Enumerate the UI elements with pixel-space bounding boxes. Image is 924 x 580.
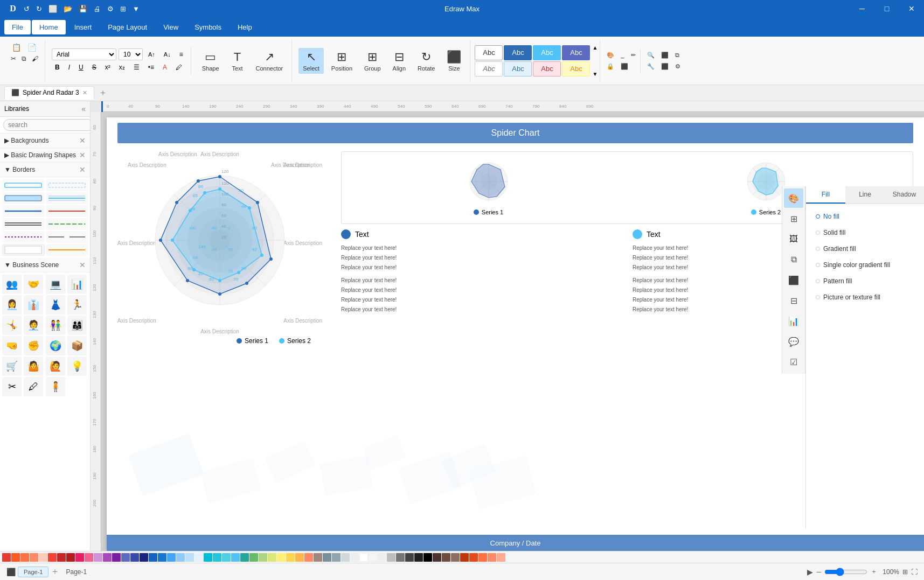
select-button[interactable]: ↖ Select (298, 48, 324, 74)
window-controls[interactable]: ─ □ ✕ (850, 0, 924, 17)
zoom-in-button[interactable]: ＋ (871, 567, 877, 576)
close-backgrounds-button[interactable]: ✕ (79, 136, 86, 145)
highlight-button[interactable]: 🖊 (172, 62, 185, 73)
search-input[interactable] (3, 119, 91, 131)
border-item[interactable] (46, 218, 88, 230)
bullets-button[interactable]: •≡ (145, 62, 157, 73)
biz-icon-item[interactable]: 📊 (67, 275, 87, 294)
biz-icon-item[interactable]: 💻 (46, 275, 65, 294)
fit-page-button[interactable]: ⊞ (902, 568, 908, 576)
font-family-select[interactable]: Arial (52, 48, 116, 60)
style-card-4[interactable]: Abc (562, 45, 590, 60)
size-button[interactable]: ⬛ Size (442, 48, 466, 74)
single-color-gradient-option[interactable]: Single color gradient fill (810, 257, 920, 273)
chart-panel-button[interactable]: 📊 (784, 311, 803, 331)
paste-button[interactable]: 📋 (10, 42, 24, 53)
layers-button[interactable]: ⧉ (673, 51, 682, 60)
color-swatch[interactable] (167, 553, 176, 562)
align-button[interactable]: ⊟ Align (388, 48, 410, 74)
color-swatch[interactable] (268, 553, 276, 562)
close-bizscene-button[interactable]: ✕ (79, 261, 86, 269)
color-swatch[interactable] (259, 553, 267, 562)
tab-close-button[interactable]: ✕ (82, 89, 87, 96)
biz-icon-item[interactable]: 🌍 (46, 336, 65, 355)
format-paste-button[interactable]: 📄 (25, 42, 40, 53)
style-card-3[interactable]: Abc (533, 45, 561, 60)
color-swatch[interactable] (121, 553, 130, 562)
underline-button[interactable]: U (75, 62, 87, 73)
close-borders-button[interactable]: ✕ (79, 165, 86, 174)
color-swatch[interactable] (350, 553, 359, 562)
position-button[interactable]: ⊞ Position (327, 48, 357, 74)
color-swatch[interactable] (103, 553, 112, 562)
shape-button[interactable]: ▭ Shape (198, 48, 224, 74)
style-scroll-up[interactable]: ▲ (592, 45, 598, 51)
bold-button[interactable]: B (52, 62, 63, 73)
shapes-panel-button[interactable]: ⊞ (784, 209, 803, 228)
color-swatch[interactable] (130, 553, 139, 562)
group-button[interactable]: ⊞ Group (360, 48, 385, 74)
border-item[interactable] (46, 231, 88, 243)
menu-tab-pagelayout[interactable]: Page Layout (100, 20, 155, 34)
color-swatch[interactable] (332, 553, 341, 562)
border-item[interactable] (2, 192, 45, 204)
fill-color-button[interactable]: 🎨 (605, 51, 616, 60)
copy-format-button[interactable]: 🖌 (30, 54, 40, 64)
color-swatch[interactable] (66, 553, 75, 562)
document-tab[interactable]: ⬛ Spider And Radar 3 ✕ (4, 86, 94, 100)
open-icon[interactable]: 📂 (61, 4, 74, 14)
color-swatch[interactable] (359, 553, 368, 562)
biz-icon-item[interactable]: 👗 (46, 295, 65, 315)
color-swatch[interactable] (405, 553, 414, 562)
menu-tab-help[interactable]: Help (230, 20, 260, 34)
color-swatch[interactable] (396, 553, 405, 562)
table-panel-button[interactable]: ⊟ (784, 291, 803, 310)
play-button[interactable]: ▶ (807, 568, 813, 576)
settings2-button[interactable]: ⚙ (673, 62, 683, 71)
menu-tab-file[interactable]: File (4, 20, 31, 34)
color-swatch[interactable] (460, 553, 469, 562)
resize-button[interactable]: ⬛ (659, 62, 671, 71)
biz-icon-item[interactable]: 👨‍👩‍👧 (67, 316, 87, 335)
fill-properties-button[interactable]: 🎨 (784, 188, 803, 208)
border-item[interactable] (2, 218, 45, 230)
new-icon[interactable]: ⬜ (46, 4, 59, 14)
line-style-button[interactable]: ⎯ (619, 51, 627, 60)
font-shrink-button[interactable]: A↓ (161, 50, 174, 59)
lock-button[interactable]: 🔒 (605, 62, 616, 71)
fill-tab[interactable]: Fill (806, 186, 845, 204)
dropdown-icon[interactable]: ▼ (130, 4, 142, 14)
color-swatch[interactable] (140, 553, 148, 562)
color-swatch[interactable] (20, 553, 29, 562)
biz-icon-item[interactable]: 🤜 (2, 336, 22, 355)
maximize-button[interactable]: □ (874, 0, 899, 17)
border-item[interactable] (2, 179, 45, 191)
color-swatch[interactable] (497, 553, 505, 562)
style-card-8[interactable]: Abc (562, 61, 590, 76)
style-card-7[interactable]: Abc (533, 61, 561, 76)
crop-button[interactable]: ⬛ (659, 51, 671, 60)
zoom-out-button[interactable]: ─ (816, 568, 821, 576)
style-card-1[interactable]: Abc (475, 45, 503, 60)
menu-tab-view[interactable]: View (156, 20, 186, 34)
rotate-button[interactable]: ↻ Rotate (413, 48, 439, 74)
color-swatch[interactable] (213, 553, 221, 562)
section-borders[interactable]: ▼ Borders ✕ (0, 163, 90, 177)
color-swatch[interactable] (194, 553, 203, 562)
quick-access[interactable]: ↺ ↻ ⬜ 📂 💾 🖨 ⚙ ⊞ ▼ (22, 4, 142, 14)
biz-icon-item[interactable]: 👩‍💼 (2, 295, 22, 315)
apps-icon[interactable]: ⊞ (118, 4, 128, 14)
subscript-button[interactable]: x₂ (116, 62, 128, 73)
border-item[interactable] (2, 244, 45, 256)
task-panel-button[interactable]: ☑ (784, 352, 803, 372)
font-grow-button[interactable]: A↑ (145, 50, 158, 59)
solid-fill-option[interactable]: Solid fill (810, 225, 920, 241)
biz-icon-item[interactable]: 🤸 (2, 316, 22, 335)
color-swatch[interactable] (433, 553, 441, 562)
color-swatch[interactable] (185, 553, 194, 562)
no-fill-option[interactable]: No fill (810, 208, 920, 225)
color-swatch[interactable] (57, 553, 66, 562)
cut-button[interactable]: ✂ (9, 54, 18, 64)
color-swatch[interactable] (451, 553, 460, 562)
text-align-button[interactable]: ≡ (176, 49, 186, 60)
